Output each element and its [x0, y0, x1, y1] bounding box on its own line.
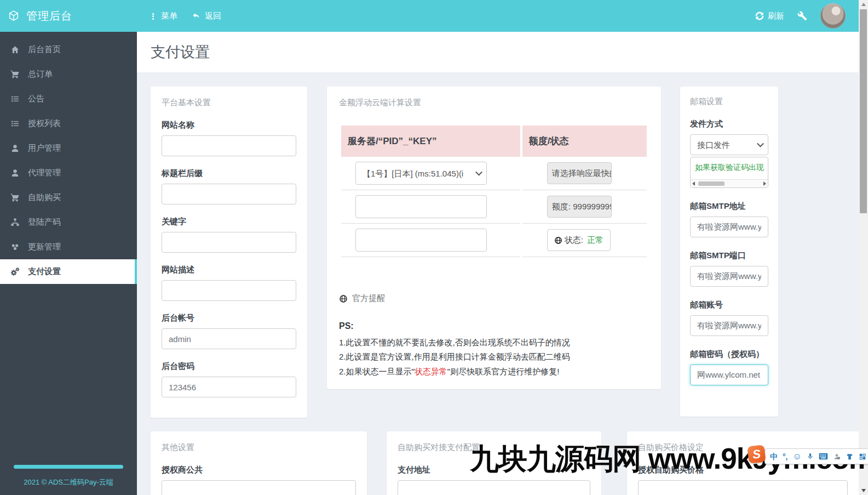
scroll-left-icon[interactable]: [692, 181, 695, 186]
server-column-header: 服务器/“PID”_“KEY”: [341, 126, 520, 157]
sidebar-item-self-purchase[interactable]: 自助购买: [0, 185, 137, 210]
cart-icon: [10, 193, 20, 202]
copyright-text: 2021 © ADS二维码Pay-云端: [0, 477, 137, 487]
main-content: 支付设置 平台基本设置 网站名称 标题栏后缀 关键字: [137, 32, 859, 495]
hint-scroll-thumb[interactable]: [698, 181, 725, 186]
pick-fastest-button[interactable]: 请选择响应最快的: [547, 162, 612, 184]
pid-input[interactable]: [355, 195, 487, 218]
card-title: 邮箱设置: [690, 96, 768, 107]
sidebar-item-agents[interactable]: 代理管理: [0, 161, 137, 185]
email-password-input[interactable]: [690, 365, 768, 385]
table-row: 状态: 正常: [341, 224, 647, 257]
ime-skin-icon[interactable]: [846, 453, 854, 460]
sidebar-item-orders[interactable]: 总订单: [0, 62, 137, 87]
cube-logo-icon: [8, 10, 20, 22]
pay-address-input[interactable]: [398, 480, 590, 495]
sidebar-item-license-list[interactable]: 授权列表: [0, 111, 137, 136]
official-notice: 官方提醒: [339, 293, 649, 304]
scrollbar-thumb[interactable]: [860, 9, 867, 213]
app-title: 管理后台: [26, 9, 72, 24]
vertical-dots-icon: ⋮: [149, 12, 157, 20]
ime-apps-grid-icon[interactable]: [859, 453, 866, 460]
ime-toolbar: 中 °, ☺: [764, 448, 868, 464]
card-title: 其他设置: [162, 442, 356, 453]
cogs-icon: [10, 267, 20, 277]
admin-account-input[interactable]: [162, 328, 296, 349]
email-account-label: 邮箱账号: [690, 300, 768, 310]
server-select[interactable]: 【1号】[日本] (ms:51.045)(i: [355, 162, 487, 185]
scroll-right-icon[interactable]: [763, 181, 766, 186]
verification-hint-box: 如果获取验证码出现: [690, 157, 768, 188]
ime-keyboard-icon[interactable]: [819, 453, 828, 460]
globe-icon: [554, 236, 562, 244]
quota-button[interactable]: 额度: 999999999: [547, 196, 612, 218]
ime-language-toggle[interactable]: 中: [770, 453, 778, 460]
key-input[interactable]: [355, 229, 487, 252]
keywords-input[interactable]: [162, 232, 296, 253]
sogou-logo-icon[interactable]: S: [747, 445, 766, 463]
table-row: 额度: 999999999: [341, 190, 647, 224]
ime-emoji-icon[interactable]: ☺: [793, 452, 802, 461]
admin-password-input[interactable]: [162, 377, 296, 397]
purchase-price-input[interactable]: [638, 480, 848, 495]
keywords-label: 关键字: [162, 217, 296, 227]
status-value: 正常: [587, 235, 603, 246]
send-method-label: 发件方式: [690, 119, 768, 129]
home-icon: [10, 45, 20, 54]
wrench-icon[interactable]: [797, 11, 807, 21]
sidebar-item-announcements[interactable]: 公告: [0, 87, 137, 111]
site-description-label: 网站描述: [162, 265, 296, 275]
status-button[interactable]: 状态: 正常: [547, 229, 611, 251]
sidebar-item-payment-settings[interactable]: 支付设置: [0, 259, 137, 284]
status-label: 状态:: [565, 235, 583, 246]
refresh-icon: [755, 12, 764, 20]
other-settings-card: 其他设置 授权商公共: [151, 431, 367, 495]
sidebar-item-login-codes[interactable]: 登陆产码: [0, 210, 137, 235]
scrollbar-up-icon[interactable]: [859, 0, 868, 9]
ps-title: PS:: [339, 321, 649, 331]
window-scrollbar[interactable]: [859, 0, 868, 495]
sidebar-item-dashboard[interactable]: 后台首页: [0, 37, 137, 62]
card-title: 金额浮动云端计算设置: [339, 98, 649, 108]
content-area: 平台基本设置 网站名称 标题栏后缀 关键字 网站描述: [137, 72, 859, 495]
title-suffix-input[interactable]: [162, 184, 296, 204]
brand: 管理后台: [0, 9, 137, 24]
ps-line-3: 2.如果状态一旦显示"状态异常"则尽快联系官方进行维护修复!: [339, 365, 649, 379]
menu-toggle-button[interactable]: ⋮ 菜单: [149, 11, 177, 21]
status-column-header: 额度/状态: [522, 126, 647, 157]
site-description-input[interactable]: [162, 280, 296, 301]
sidebar-item-users[interactable]: 用户管理: [0, 136, 137, 161]
license-public-label: 授权商公共: [162, 465, 356, 475]
license-public-input[interactable]: [162, 480, 356, 495]
hint-horizontal-scrollbar[interactable]: [691, 179, 768, 187]
cart-icon: [10, 70, 20, 79]
site-name-input[interactable]: [162, 135, 296, 156]
smtp-address-input[interactable]: [690, 217, 768, 237]
status-abnormal-text: 状态异常: [415, 367, 447, 376]
admin-app: 管理后台 ⋮ 菜单 返回 刷新: [0, 0, 868, 495]
ime-punctuation-toggle[interactable]: °,: [783, 453, 788, 460]
cards-row-1: 平台基本设置 网站名称 标题栏后缀 关键字 网站描述: [151, 87, 859, 418]
refresh-button[interactable]: 刷新: [755, 11, 784, 21]
sidebar-footer: 2021 © ADS二维码Pay-云端: [0, 465, 137, 487]
send-method-select[interactable]: 接口发件: [690, 134, 768, 155]
smtp-port-input[interactable]: [690, 266, 768, 287]
email-account-input[interactable]: [690, 315, 768, 336]
ime-microphone-icon[interactable]: [807, 452, 814, 460]
avatar[interactable]: [820, 3, 846, 29]
circles-icon: [10, 242, 20, 252]
scrollbar-down-icon[interactable]: [859, 486, 868, 495]
admin-password-label: 后台密码: [162, 361, 296, 372]
site-name-label: 网站名称: [162, 120, 296, 130]
user-icon: [10, 144, 20, 153]
back-button[interactable]: 返回: [192, 11, 221, 21]
title-suffix-label: 标题栏后缀: [162, 168, 296, 179]
sidebar-item-updates[interactable]: 更新管理: [0, 235, 137, 259]
email-password-label: 邮箱密码（授权码）: [690, 349, 768, 360]
back-arrow-icon: [192, 12, 201, 21]
globe-icon: [339, 294, 348, 303]
footer-accent-bar: [14, 465, 123, 469]
smtp-address-label: 邮箱SMTP地址: [690, 201, 768, 212]
list-icon: [10, 119, 20, 128]
ime-account-icon[interactable]: [833, 453, 841, 460]
